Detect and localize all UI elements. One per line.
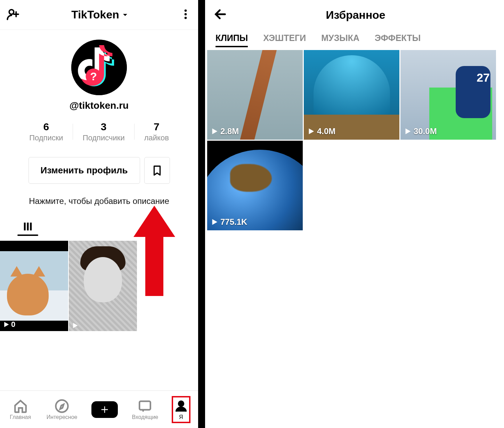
clip-thumb[interactable]: 775.1K bbox=[207, 141, 303, 230]
svg-point-3 bbox=[185, 17, 187, 19]
nav-inbox-label: Входящие bbox=[132, 414, 158, 420]
svg-point-0 bbox=[9, 9, 14, 14]
chevron-down-icon bbox=[122, 12, 128, 18]
play-icon bbox=[3, 321, 10, 328]
favorites-pane: Избранное КЛИПЫ ХЭШТЕГИ МУЗЫКА ЭФФЕКТЫ 2… bbox=[205, 0, 504, 428]
video-thumb[interactable]: 0 bbox=[0, 241, 68, 331]
clip-views: 2.8M bbox=[220, 126, 239, 136]
following-count: 6 bbox=[29, 121, 63, 133]
kebab-icon bbox=[179, 8, 192, 20]
home-icon bbox=[13, 399, 28, 413]
svg-text:?: ? bbox=[90, 70, 97, 83]
inbox-icon bbox=[138, 399, 152, 413]
favorites-header: Избранное bbox=[207, 0, 504, 30]
likes-stat[interactable]: 7 лайков bbox=[135, 121, 179, 142]
add-friend-button[interactable] bbox=[6, 7, 20, 23]
nav-home-label: Главная bbox=[10, 414, 31, 420]
arrow-left-icon bbox=[213, 7, 227, 21]
tiktok-logo-icon: ? bbox=[71, 40, 127, 95]
more-menu-button[interactable] bbox=[179, 8, 192, 22]
play-icon bbox=[211, 218, 218, 226]
videos-tab[interactable] bbox=[14, 221, 42, 236]
grid-icon bbox=[23, 221, 33, 232]
svg-point-1 bbox=[185, 9, 187, 12]
likes-label: лайков bbox=[144, 133, 169, 142]
clip-thumb[interactable]: 4.0M bbox=[304, 50, 399, 140]
bottom-nav: Главная Интересное Входящие Я bbox=[0, 390, 198, 428]
tab-clips[interactable]: КЛИПЫ bbox=[216, 33, 248, 47]
tab-music[interactable]: МУЗЫКА bbox=[321, 33, 359, 47]
plus-icon bbox=[100, 405, 109, 414]
svg-rect-11 bbox=[140, 401, 151, 410]
clip-thumb[interactable]: 27 30.0M bbox=[400, 50, 496, 140]
svg-rect-7 bbox=[24, 223, 26, 231]
profile-pane: TikToken ? @tiktoken.ru bbox=[0, 0, 205, 428]
following-stat[interactable]: 6 Подписки bbox=[19, 121, 73, 142]
nav-me[interactable]: Я bbox=[172, 397, 190, 422]
account-switcher[interactable]: TikToken bbox=[71, 8, 128, 21]
nav-inbox[interactable]: Входящие bbox=[130, 397, 160, 422]
tab-effects[interactable]: ЭФФЕКТЫ bbox=[375, 33, 421, 47]
compass-icon bbox=[55, 399, 69, 413]
clip-thumb[interactable]: 2.8M bbox=[207, 50, 303, 140]
nav-discover-label: Интересное bbox=[47, 414, 78, 420]
svg-rect-9 bbox=[30, 223, 32, 231]
followers-label: Подписчики bbox=[83, 133, 125, 142]
svg-point-12 bbox=[179, 401, 184, 406]
play-icon bbox=[211, 127, 218, 135]
clip-views: 775.1K bbox=[220, 217, 247, 227]
favorites-tabs: КЛИПЫ ХЭШТЕГИ МУЗЫКА ЭФФЕКТЫ bbox=[207, 30, 504, 49]
profile-video-grid: 0 bbox=[0, 241, 198, 331]
jersey-number: 27 bbox=[477, 71, 490, 84]
favorites-title: Избранное bbox=[326, 9, 385, 22]
profile-avatar[interactable]: ? bbox=[71, 40, 127, 95]
nav-create-button[interactable] bbox=[91, 401, 118, 418]
profile-body: ? @tiktoken.ru 6 Подписки 3 Подписчики 7… bbox=[0, 30, 198, 390]
svg-rect-8 bbox=[27, 223, 29, 231]
nav-home[interactable]: Главная bbox=[8, 397, 32, 422]
video-thumb[interactable] bbox=[69, 241, 137, 331]
clip-views: 30.0M bbox=[414, 126, 437, 136]
nav-me-label: Я bbox=[179, 414, 183, 420]
add-bio-hint[interactable]: Нажмите, чтобы добавить описание bbox=[0, 196, 198, 206]
tab-hashtags[interactable]: ХЭШТЕГИ bbox=[263, 33, 306, 47]
favorites-button[interactable] bbox=[144, 157, 170, 184]
clip-views: 4.0M bbox=[317, 126, 335, 136]
followers-count: 3 bbox=[83, 121, 125, 133]
person-icon bbox=[174, 399, 188, 413]
play-icon bbox=[404, 127, 412, 135]
svg-point-10 bbox=[56, 400, 68, 412]
profile-handle: @tiktoken.ru bbox=[70, 100, 129, 111]
bookmark-icon bbox=[151, 165, 163, 176]
svg-point-2 bbox=[185, 13, 187, 15]
edit-profile-button[interactable]: Изменить профиль bbox=[29, 157, 140, 184]
favorites-grid: 2.8M 4.0M 27 30.0M 775.1K bbox=[207, 50, 504, 230]
following-label: Подписки bbox=[29, 133, 63, 142]
stats-row: 6 Подписки 3 Подписчики 7 лайков bbox=[0, 121, 198, 142]
followers-stat[interactable]: 3 Подписчики bbox=[73, 121, 135, 142]
profile-actions: Изменить профиль bbox=[0, 157, 198, 184]
play-icon bbox=[72, 322, 79, 329]
play-icon bbox=[307, 127, 315, 135]
video-views: 0 bbox=[11, 320, 15, 329]
nav-discover[interactable]: Интересное bbox=[45, 397, 79, 422]
account-title: TikToken bbox=[71, 8, 119, 21]
back-button[interactable] bbox=[213, 7, 227, 23]
profile-header: TikToken bbox=[0, 0, 198, 30]
likes-count: 7 bbox=[144, 121, 169, 133]
